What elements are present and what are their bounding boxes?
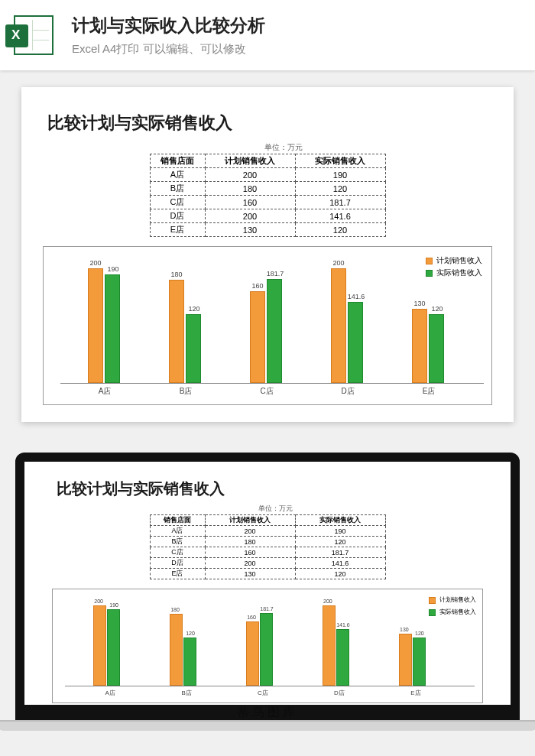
bar-label: 160 (242, 615, 261, 620)
bar-label: 181.7 (257, 606, 277, 612)
x-tick-label: C店 (242, 689, 284, 697)
bar-label: 181.7 (264, 270, 287, 277)
bar-plan (170, 614, 183, 686)
bar-plan (399, 634, 412, 686)
bar-chart: 计划销售收入 实际销售收入 200190180120160181.7200141… (52, 589, 483, 703)
bar-plan (246, 621, 259, 686)
col-header-store: 销售店面 (150, 154, 205, 168)
bar-label: 120 (426, 305, 449, 313)
doc-title: 比较计划与实际销售收入 (57, 479, 483, 499)
bar-actual (186, 314, 201, 383)
x-tick-label: A店 (83, 386, 126, 397)
bar-actual (413, 638, 426, 686)
data-table: 销售店面计划销售收入实际销售收入 A店200190 B店180120 C店160… (150, 514, 386, 579)
watermark: 蒂鸟图库 (15, 705, 520, 721)
bar-plan (169, 280, 184, 383)
bar-actual (267, 279, 282, 383)
document-preview-card: 比较计划与实际销售收入 单位：万元 销售店面 计划销售收入 实际销售收入 A店2… (21, 87, 514, 422)
bar-actual (105, 274, 120, 384)
bar-label: 200 (318, 599, 338, 604)
x-tick-label: C店 (245, 386, 288, 397)
bar-actual (429, 314, 444, 383)
unit-label: 单位：万元 (264, 142, 492, 153)
bar-plan (250, 291, 265, 383)
bar-actual (107, 609, 120, 686)
data-table: 销售店面 计划销售收入 实际销售收入 A店200190 B店180120 C店1… (150, 154, 386, 237)
x-tick-label: D店 (326, 386, 369, 397)
bar-actual (183, 638, 196, 686)
table-row: B店180120 (150, 182, 385, 196)
bar-label: 190 (102, 265, 125, 273)
bar-plan (331, 268, 346, 383)
bar-label: 120 (183, 305, 206, 313)
x-axis (60, 383, 484, 384)
bar-actual (260, 613, 273, 686)
page-title: 计划与实际收入比较分析 (72, 14, 265, 37)
bar-plan (93, 605, 106, 686)
col-header-plan: 计划销售收入 (205, 154, 295, 168)
table-row: D店200141.6 (150, 209, 385, 223)
bar-plan (88, 268, 103, 383)
bar-label: 160 (246, 282, 269, 290)
bar-label: 190 (104, 602, 124, 608)
bar-label: 180 (165, 607, 185, 612)
page-header: 计划与实际收入比较分析 Excel A4打印 可以编辑、可以修改 (0, 0, 535, 70)
x-tick-label: E店 (394, 689, 437, 697)
bar-label: 120 (180, 631, 200, 636)
bar-chart: 计划销售收入 实际销售收入 200190180120160181.7200141… (43, 246, 492, 405)
excel-icon (14, 15, 54, 55)
bar-label: 120 (410, 631, 430, 636)
bar-plan (412, 309, 427, 384)
unit-label: 单位：万元 (258, 504, 483, 514)
doc-title: 比较计划与实际销售收入 (47, 112, 492, 135)
x-tick-label: B店 (165, 689, 208, 697)
x-tick-label: B店 (164, 386, 207, 397)
page-subtitle: Excel A4打印 可以编辑、可以修改 (72, 42, 265, 57)
table-row: A店200190 (150, 168, 385, 182)
bar-actual (348, 302, 363, 383)
bar-label: 141.6 (345, 293, 368, 300)
x-tick-label: A店 (89, 689, 131, 697)
laptop-base (0, 720, 535, 731)
bar-label: 141.6 (333, 622, 353, 628)
x-tick-label: E店 (407, 386, 450, 397)
x-tick-label: D店 (318, 689, 361, 697)
table-row: C店160181.7 (150, 196, 385, 209)
bar-label: 200 (327, 259, 350, 267)
laptop-mockup: 比较计划与实际销售收入 单位：万元 销售店面计划销售收入实际销售收入 A店200… (15, 453, 520, 731)
table-header-row: 销售店面 计划销售收入 实际销售收入 (150, 154, 385, 168)
col-header-actual: 实际销售收入 (295, 154, 385, 168)
bar-plan (323, 605, 336, 686)
bar-actual (336, 629, 349, 686)
bar-label: 180 (165, 271, 188, 278)
table-row: E店130120 (150, 223, 385, 237)
